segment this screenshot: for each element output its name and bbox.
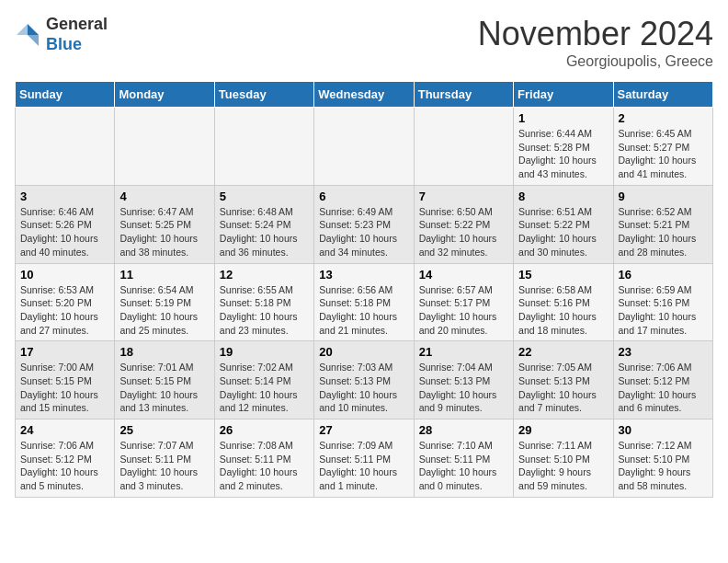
day-info: Sunrise: 6:52 AM Sunset: 5:21 PM Dayligh…: [619, 205, 708, 259]
table-row: 22Sunrise: 7:05 AM Sunset: 5:13 PM Dayli…: [514, 341, 613, 419]
table-row: 4Sunrise: 6:47 AM Sunset: 5:25 PM Daylig…: [115, 185, 214, 263]
header-thursday: Thursday: [414, 82, 513, 108]
day-number: 21: [419, 345, 508, 359]
day-number: 23: [619, 345, 708, 359]
table-row: 9Sunrise: 6:52 AM Sunset: 5:21 PM Daylig…: [613, 185, 712, 263]
day-number: 24: [20, 423, 109, 437]
table-row: [214, 108, 313, 186]
day-info: Sunrise: 6:49 AM Sunset: 5:23 PM Dayligh…: [319, 205, 408, 259]
table-row: 3Sunrise: 6:46 AM Sunset: 5:26 PM Daylig…: [16, 185, 115, 263]
day-number: 14: [419, 268, 508, 282]
day-number: 7: [419, 190, 508, 203]
day-number: 3: [20, 190, 109, 203]
day-number: 15: [518, 268, 608, 282]
day-info: Sunrise: 7:06 AM Sunset: 5:12 PM Dayligh…: [619, 361, 708, 415]
table-row: 24Sunrise: 7:06 AM Sunset: 5:12 PM Dayli…: [16, 419, 115, 498]
day-info: Sunrise: 6:47 AM Sunset: 5:25 PM Dayligh…: [119, 205, 209, 259]
table-row: 13Sunrise: 6:56 AM Sunset: 5:18 PM Dayli…: [314, 263, 414, 341]
day-info: Sunrise: 7:02 AM Sunset: 5:14 PM Dayligh…: [220, 361, 309, 415]
day-info: Sunrise: 6:50 AM Sunset: 5:22 PM Dayligh…: [419, 205, 508, 259]
day-number: 8: [518, 190, 608, 203]
table-row: 11Sunrise: 6:54 AM Sunset: 5:19 PM Dayli…: [115, 263, 214, 341]
day-info: Sunrise: 6:55 AM Sunset: 5:18 PM Dayligh…: [220, 283, 309, 338]
calendar-week-2: 3Sunrise: 6:46 AM Sunset: 5:26 PM Daylig…: [16, 185, 713, 263]
day-number: 18: [119, 345, 209, 359]
day-number: 26: [220, 423, 309, 437]
table-row: 29Sunrise: 7:11 AM Sunset: 5:10 PM Dayli…: [514, 419, 613, 498]
calendar-week-1: 1Sunrise: 6:44 AM Sunset: 5:28 PM Daylig…: [16, 108, 713, 186]
day-number: 19: [220, 345, 309, 359]
day-number: 13: [319, 268, 408, 282]
table-row: 26Sunrise: 7:08 AM Sunset: 5:11 PM Dayli…: [214, 419, 313, 498]
day-info: Sunrise: 7:08 AM Sunset: 5:11 PM Dayligh…: [220, 439, 309, 493]
day-info: Sunrise: 7:11 AM Sunset: 5:10 PM Dayligh…: [518, 439, 608, 493]
table-row: [115, 108, 214, 186]
table-row: 8Sunrise: 6:51 AM Sunset: 5:22 PM Daylig…: [514, 185, 613, 263]
day-info: Sunrise: 6:59 AM Sunset: 5:16 PM Dayligh…: [619, 283, 708, 338]
table-row: 30Sunrise: 7:12 AM Sunset: 5:10 PM Dayli…: [613, 419, 712, 498]
calendar-week-3: 10Sunrise: 6:53 AM Sunset: 5:20 PM Dayli…: [16, 263, 713, 341]
table-row: 14Sunrise: 6:57 AM Sunset: 5:17 PM Dayli…: [414, 263, 513, 341]
day-info: Sunrise: 7:07 AM Sunset: 5:11 PM Dayligh…: [119, 439, 209, 493]
table-row: 20Sunrise: 7:03 AM Sunset: 5:13 PM Dayli…: [314, 341, 414, 419]
day-number: 30: [619, 423, 708, 437]
day-info: Sunrise: 6:54 AM Sunset: 5:19 PM Dayligh…: [119, 283, 209, 338]
table-row: 25Sunrise: 7:07 AM Sunset: 5:11 PM Dayli…: [115, 419, 214, 498]
month-title: November 2024: [478, 15, 713, 53]
day-info: Sunrise: 7:10 AM Sunset: 5:11 PM Dayligh…: [419, 439, 508, 493]
table-row: [16, 108, 115, 186]
weekday-header-row: Sunday Monday Tuesday Wednesday Thursday…: [16, 82, 713, 108]
svg-marker-1: [28, 35, 39, 46]
logo-blue: Blue: [46, 35, 82, 53]
day-number: 25: [119, 423, 209, 437]
logo-general: General: [46, 15, 108, 33]
table-row: 18Sunrise: 7:01 AM Sunset: 5:15 PM Dayli…: [115, 341, 214, 419]
day-info: Sunrise: 6:48 AM Sunset: 5:24 PM Dayligh…: [220, 205, 309, 259]
location-subtitle: Georgioupolis, Greece: [478, 53, 713, 70]
day-number: 10: [20, 268, 109, 282]
calendar-table: Sunday Monday Tuesday Wednesday Thursday…: [15, 81, 713, 498]
table-row: 12Sunrise: 6:55 AM Sunset: 5:18 PM Dayli…: [214, 263, 313, 341]
header-tuesday: Tuesday: [214, 82, 313, 108]
logo: General Blue: [15, 15, 108, 54]
day-info: Sunrise: 6:53 AM Sunset: 5:20 PM Dayligh…: [20, 283, 109, 338]
day-info: Sunrise: 7:06 AM Sunset: 5:12 PM Dayligh…: [20, 439, 109, 493]
table-row: 1Sunrise: 6:44 AM Sunset: 5:28 PM Daylig…: [514, 108, 613, 186]
table-row: 16Sunrise: 6:59 AM Sunset: 5:16 PM Dayli…: [613, 263, 712, 341]
day-number: 11: [119, 268, 209, 282]
day-info: Sunrise: 7:05 AM Sunset: 5:13 PM Dayligh…: [518, 361, 608, 415]
day-number: 4: [119, 190, 209, 203]
day-info: Sunrise: 7:12 AM Sunset: 5:10 PM Dayligh…: [619, 439, 708, 493]
table-row: 7Sunrise: 6:50 AM Sunset: 5:22 PM Daylig…: [414, 185, 513, 263]
header-sunday: Sunday: [16, 82, 115, 108]
table-row: 28Sunrise: 7:10 AM Sunset: 5:11 PM Dayli…: [414, 419, 513, 498]
day-number: 9: [619, 190, 708, 203]
day-info: Sunrise: 7:03 AM Sunset: 5:13 PM Dayligh…: [319, 361, 408, 415]
svg-marker-0: [28, 24, 39, 35]
header-monday: Monday: [115, 82, 214, 108]
table-row: [414, 108, 513, 186]
table-row: 15Sunrise: 6:58 AM Sunset: 5:16 PM Dayli…: [514, 263, 613, 341]
day-number: 29: [518, 423, 608, 437]
header-wednesday: Wednesday: [314, 82, 414, 108]
table-row: 10Sunrise: 6:53 AM Sunset: 5:20 PM Dayli…: [16, 263, 115, 341]
table-row: 2Sunrise: 6:45 AM Sunset: 5:27 PM Daylig…: [613, 108, 712, 186]
day-info: Sunrise: 7:01 AM Sunset: 5:15 PM Dayligh…: [119, 361, 209, 415]
day-number: 5: [220, 190, 309, 203]
table-row: 23Sunrise: 7:06 AM Sunset: 5:12 PM Dayli…: [613, 341, 712, 419]
header: General Blue November 2024 Georgioupolis…: [15, 15, 713, 70]
header-friday: Friday: [514, 82, 613, 108]
calendar-week-5: 24Sunrise: 7:06 AM Sunset: 5:12 PM Dayli…: [16, 419, 713, 498]
day-number: 28: [419, 423, 508, 437]
day-number: 2: [619, 111, 708, 125]
title-area: November 2024 Georgioupolis, Greece: [478, 15, 713, 70]
table-row: 21Sunrise: 7:04 AM Sunset: 5:13 PM Dayli…: [414, 341, 513, 419]
day-info: Sunrise: 6:44 AM Sunset: 5:28 PM Dayligh…: [518, 127, 608, 181]
logo-text: General Blue: [46, 15, 108, 54]
day-number: 17: [20, 345, 109, 359]
svg-marker-2: [17, 24, 28, 35]
logo-icon: [15, 22, 40, 48]
day-info: Sunrise: 6:56 AM Sunset: 5:18 PM Dayligh…: [319, 283, 408, 338]
day-number: 12: [220, 268, 309, 282]
day-info: Sunrise: 7:09 AM Sunset: 5:11 PM Dayligh…: [319, 439, 408, 493]
